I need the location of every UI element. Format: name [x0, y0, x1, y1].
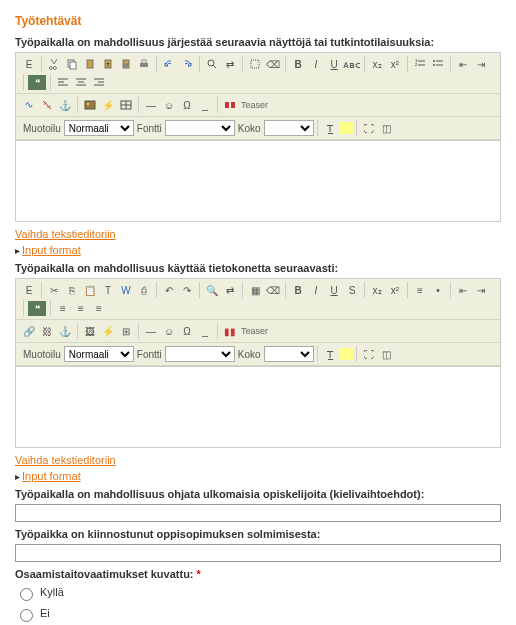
flash-icon[interactable]: ⚡	[99, 322, 117, 340]
radio-yes[interactable]	[20, 588, 33, 601]
italic-icon[interactable]: I	[307, 281, 325, 299]
align-center-icon[interactable]	[72, 73, 90, 91]
textcolor-icon[interactable]: T̲	[321, 119, 339, 137]
bold-icon[interactable]: B	[289, 281, 307, 299]
cut-icon[interactable]	[45, 55, 63, 73]
format-select[interactable]: Normaali	[64, 120, 134, 136]
flash-icon[interactable]: ⚡	[99, 96, 117, 114]
ol-icon[interactable]: ≡	[411, 281, 429, 299]
editor1-format-link[interactable]: Input format	[22, 244, 81, 256]
sub-icon[interactable]: x₂	[368, 55, 386, 73]
font-select[interactable]	[165, 120, 235, 136]
specialchar-icon[interactable]: Ω	[178, 96, 196, 114]
link-icon[interactable]	[20, 96, 38, 114]
print-icon[interactable]	[135, 55, 153, 73]
unlink-icon[interactable]: ⛓	[38, 322, 56, 340]
paste-icon[interactable]	[81, 55, 99, 73]
specialchar-icon[interactable]: Ω	[178, 322, 196, 340]
editor2-textarea[interactable]	[15, 366, 501, 448]
blockquote-icon[interactable]: ❝	[28, 301, 46, 316]
paste-icon[interactable]: 📋	[81, 281, 99, 299]
bgcolor-icon[interactable]	[339, 348, 353, 360]
outdent-icon[interactable]: ⇤	[454, 55, 472, 73]
find-icon[interactable]: 🔍	[203, 281, 221, 299]
format-select[interactable]: Normaali	[64, 346, 134, 362]
editor2-format-link[interactable]: Input format	[22, 470, 81, 482]
ol-icon[interactable]: 12	[411, 55, 429, 73]
underline-icon[interactable]: U	[325, 281, 343, 299]
underline-icon[interactable]: U	[325, 55, 343, 73]
anchor-icon[interactable]: ⚓	[56, 96, 74, 114]
source-icon[interactable]: E	[20, 55, 38, 73]
table-icon[interactable]	[117, 96, 135, 114]
cut-icon[interactable]: ✂	[45, 281, 63, 299]
paste-text-icon[interactable]: T	[99, 55, 117, 73]
source-icon[interactable]: E	[20, 281, 38, 299]
align-left-icon[interactable]	[54, 73, 72, 91]
removefmt-icon[interactable]: ⌫	[264, 55, 282, 73]
ul-icon[interactable]: •	[429, 281, 447, 299]
align-center-icon[interactable]: ≡	[72, 299, 90, 317]
smiley-icon[interactable]: ☺	[160, 96, 178, 114]
outdent-icon[interactable]: ⇤	[454, 281, 472, 299]
table-icon[interactable]: ⊞	[117, 322, 135, 340]
strike-icon[interactable]: S	[343, 281, 361, 299]
copy-icon[interactable]	[63, 55, 81, 73]
redo-icon[interactable]: ↷	[178, 281, 196, 299]
editor2-switch-link[interactable]: Vaihda tekstieditoriin	[15, 454, 116, 466]
sub-icon[interactable]: x₂	[368, 281, 386, 299]
foreign-input[interactable]	[15, 504, 501, 522]
unlink-icon[interactable]	[38, 96, 56, 114]
undo-icon[interactable]: ↶	[160, 281, 178, 299]
paste-word-icon[interactable]: W	[117, 55, 135, 73]
maximize-icon[interactable]: ⛶	[360, 345, 378, 363]
undo-icon[interactable]	[160, 55, 178, 73]
size-select[interactable]	[264, 346, 314, 362]
editor1-textarea[interactable]	[15, 140, 501, 222]
link-icon[interactable]: 🔗	[20, 322, 38, 340]
bgcolor-icon[interactable]	[339, 122, 353, 134]
teaser-break-icon[interactable]	[221, 96, 239, 114]
contract-input[interactable]	[15, 544, 501, 562]
strike-icon[interactable]: ᴀʙᴄ	[343, 55, 361, 73]
find-icon[interactable]	[203, 55, 221, 73]
image-icon[interactable]: 🖼	[81, 322, 99, 340]
paste-word-icon[interactable]: W	[117, 281, 135, 299]
showblocks-icon[interactable]: ◫	[378, 345, 396, 363]
align-left-icon[interactable]: ≡	[54, 299, 72, 317]
blockquote-icon[interactable]: ❝	[28, 75, 46, 90]
editor1-switch-link[interactable]: Vaihda tekstieditoriin	[15, 228, 116, 240]
textcolor-icon[interactable]: T̲	[321, 345, 339, 363]
indent-icon[interactable]: ⇥	[472, 55, 490, 73]
align-right-icon[interactable]: ≡	[90, 299, 108, 317]
italic-icon[interactable]: I	[307, 55, 325, 73]
print-icon[interactable]: ⎙	[135, 281, 153, 299]
indent-icon[interactable]: ⇥	[472, 281, 490, 299]
hr-icon[interactable]: —	[142, 322, 160, 340]
redo-icon[interactable]	[178, 55, 196, 73]
radio-no[interactable]	[20, 609, 33, 622]
teaser-break-icon[interactable]: ▮▮	[221, 322, 239, 340]
pagebreak-icon[interactable]: ⎯	[196, 322, 214, 340]
align-right-icon[interactable]	[90, 73, 108, 91]
selectall-icon[interactable]: ▦	[246, 281, 264, 299]
paste-text-icon[interactable]: T	[99, 281, 117, 299]
bold-icon[interactable]: B	[289, 55, 307, 73]
hr-icon[interactable]: —	[142, 96, 160, 114]
image-icon[interactable]	[81, 96, 99, 114]
smiley-icon[interactable]: ☺	[160, 322, 178, 340]
size-select[interactable]	[264, 120, 314, 136]
ul-icon[interactable]	[429, 55, 447, 73]
maximize-icon[interactable]: ⛶	[360, 119, 378, 137]
anchor-icon[interactable]: ⚓	[56, 322, 74, 340]
selectall-icon[interactable]	[246, 55, 264, 73]
pagebreak-icon[interactable]: ⎯	[196, 96, 214, 114]
replace-icon[interactable]: ⇄	[221, 281, 239, 299]
replace-icon[interactable]: ⇄	[221, 55, 239, 73]
font-select[interactable]	[165, 346, 235, 362]
sup-icon[interactable]: x²	[386, 281, 404, 299]
showblocks-icon[interactable]: ◫	[378, 119, 396, 137]
sup-icon[interactable]: x²	[386, 55, 404, 73]
removefmt-icon[interactable]: ⌫	[264, 281, 282, 299]
copy-icon[interactable]: ⎘	[63, 281, 81, 299]
